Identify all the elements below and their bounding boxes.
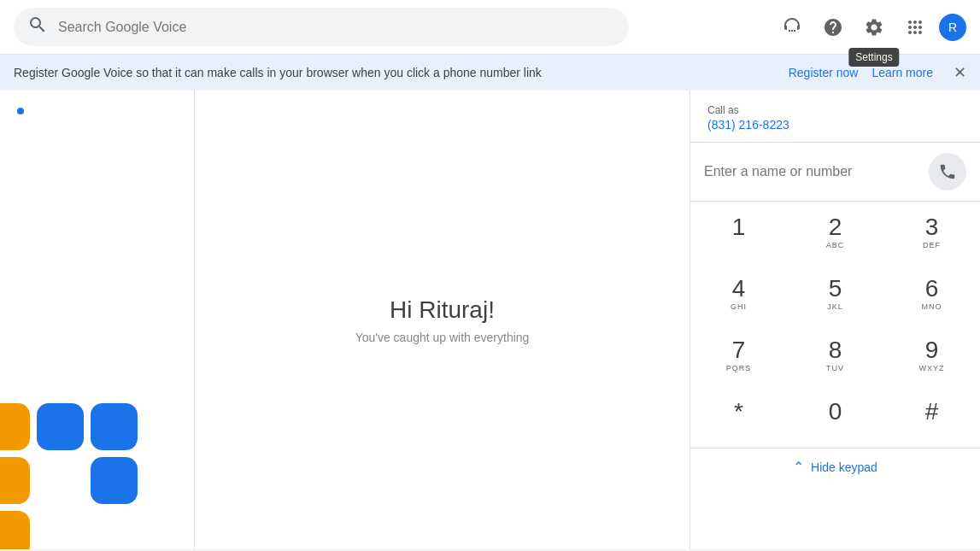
- dial-letters-0: [834, 425, 837, 434]
- dial-num-2: 2: [829, 215, 842, 239]
- logo-sq-5: [37, 457, 84, 504]
- dial-letters-3: DEF: [923, 241, 941, 249]
- dial-num-hash: #: [925, 400, 939, 424]
- call-as-number: (831) 216-8223: [707, 118, 963, 132]
- call-as-label: Call as: [707, 104, 963, 116]
- help-icon-btn[interactable]: [816, 10, 850, 44]
- dial-num-3: 3: [925, 215, 939, 239]
- dial-row-1: 1 2 ABC 3 DEF: [690, 202, 980, 263]
- hide-keypad-button[interactable]: ⌃ Hide keypad: [690, 448, 980, 485]
- dial-letters-star: [737, 425, 741, 434]
- dial-key-0[interactable]: 0: [808, 390, 863, 444]
- logo-sq-7: [0, 511, 30, 549]
- welcome-title: Hi Rituraj!: [390, 296, 495, 324]
- dial-letters-9: WXYZ: [919, 364, 945, 372]
- dial-num-star: *: [734, 400, 743, 424]
- logo-sq-3: [91, 403, 138, 450]
- dial-row-2: 4 GHI 5 JKL 6 MNO: [690, 263, 980, 325]
- notification-banner: Register Google Voice so that it can mak…: [0, 55, 980, 91]
- dial-row-4: * 0 #: [690, 386, 980, 448]
- search-container: [14, 8, 629, 46]
- dial-num-8: 8: [829, 338, 842, 362]
- dial-letters-7: PQRS: [726, 364, 752, 372]
- search-icon: [27, 15, 48, 39]
- dial-key-hash[interactable]: #: [905, 390, 959, 444]
- logo-sq-2: [37, 403, 84, 450]
- dial-key-9[interactable]: 9 WXYZ: [905, 328, 959, 383]
- top-bar: Settings R: [0, 0, 980, 55]
- search-input[interactable]: [58, 20, 615, 35]
- logo-sq-8: [37, 511, 84, 549]
- dial-letters-6: MNO: [922, 302, 942, 311]
- dial-letters-5: JKL: [827, 302, 843, 311]
- dial-key-4[interactable]: 4 GHI: [712, 267, 766, 321]
- dial-num-5: 5: [829, 277, 842, 301]
- dial-num-0: 0: [829, 400, 842, 424]
- number-input[interactable]: [704, 164, 929, 179]
- hide-keypad-label: Hide keypad: [811, 460, 877, 474]
- main-content: Hi Rituraj! You've caught up with everyt…: [195, 91, 690, 549]
- logo-sq-4: [0, 457, 30, 504]
- dial-key-6[interactable]: 6 MNO: [905, 267, 959, 321]
- call-button[interactable]: [929, 153, 966, 191]
- headset-icon-btn[interactable]: [775, 10, 809, 44]
- call-as-section: Call as (831) 216-8223: [690, 91, 980, 143]
- logo-sq-1: [0, 403, 30, 450]
- banner-text: Register Google Voice so that it can mak…: [14, 66, 782, 79]
- dial-letters-hash: [930, 425, 934, 434]
- logo-sq-9: [91, 511, 138, 549]
- top-bar-icons: Settings R: [775, 10, 966, 44]
- chevron-up-icon: ⌃: [793, 459, 804, 475]
- dial-key-7[interactable]: 7 PQRS: [712, 328, 766, 383]
- dial-row-3: 7 PQRS 8 TUV 9 WXYZ: [690, 325, 980, 386]
- dial-letters-4: GHI: [731, 302, 747, 311]
- loading-indicator: [17, 108, 24, 114]
- dial-letters-1: [737, 241, 741, 249]
- logo-area: [0, 378, 195, 549]
- dialpad-keys: 1 2 ABC 3 DEF 4 GHI 5: [690, 202, 980, 448]
- avatar[interactable]: R: [939, 14, 966, 41]
- sidebar: [0, 91, 195, 549]
- settings-icon-btn[interactable]: Settings: [857, 10, 891, 44]
- apps-icon-btn[interactable]: [898, 10, 932, 44]
- dialpad-panel: Call as (831) 216-8223 1 2 ABC: [690, 91, 980, 549]
- learn-more-link[interactable]: Learn more: [871, 66, 933, 79]
- dial-letters-2: ABC: [826, 241, 845, 249]
- main-layout: Hi Rituraj! You've caught up with everyt…: [0, 91, 980, 549]
- dial-key-1[interactable]: 1: [712, 205, 766, 260]
- dial-num-9: 9: [925, 338, 939, 362]
- dial-key-star[interactable]: *: [712, 390, 766, 444]
- dial-num-6: 6: [925, 277, 939, 301]
- dial-num-4: 4: [732, 277, 746, 301]
- number-input-row: [690, 143, 980, 202]
- dial-letters-8: TUV: [826, 364, 844, 372]
- logo-sq-6: [91, 457, 138, 504]
- dial-num-1: 1: [732, 215, 746, 239]
- google-voice-logo: [0, 403, 138, 549]
- welcome-subtitle: You've caught up with everything: [355, 331, 530, 344]
- dial-key-2[interactable]: 2 ABC: [808, 205, 863, 260]
- dial-num-7: 7: [732, 338, 746, 362]
- close-banner-button[interactable]: ✕: [954, 63, 966, 82]
- dial-key-5[interactable]: 5 JKL: [808, 267, 863, 321]
- dial-key-3[interactable]: 3 DEF: [905, 205, 959, 260]
- dial-key-8[interactable]: 8 TUV: [808, 328, 863, 383]
- register-now-link[interactable]: Register now: [789, 66, 859, 79]
